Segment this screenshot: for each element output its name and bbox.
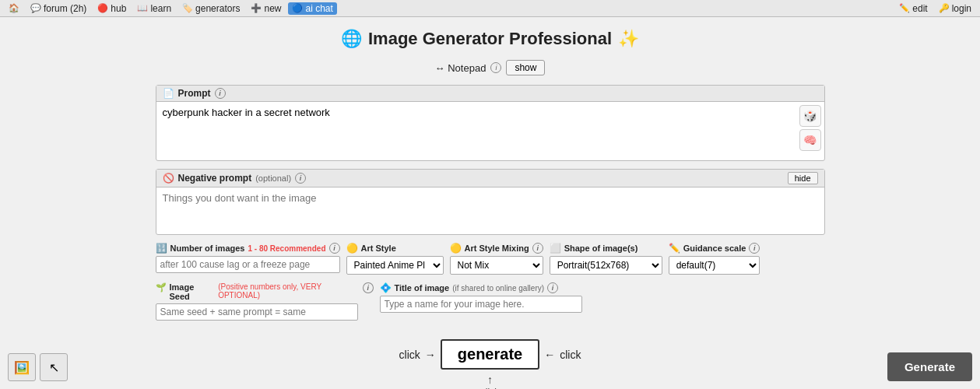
title-text: Title of image: [395, 283, 450, 293]
title-info: i: [547, 282, 558, 293]
art-style-mixing-select[interactable]: Not Mix Mix 1 Mix 2 Mix 3: [450, 256, 543, 275]
dice-icon-button[interactable]: 🎲: [799, 105, 821, 127]
nav-ai-chat[interactable]: 🔵 ai chat: [288, 2, 336, 15]
notepad-row: ↔ Notepad i show: [156, 60, 825, 75]
shape-select[interactable]: Portrait(512x768) Square(512x512) Landsc…: [550, 256, 662, 275]
shape-icon: ⬜: [550, 243, 561, 254]
click-right-label: click: [560, 349, 581, 361]
nav-new-label: new: [264, 3, 281, 14]
generate-area: click → generate ← click ↑ click: [156, 331, 825, 389]
nav-home[interactable]: 🏠: [5, 2, 23, 14]
nav-learn-label: learn: [150, 3, 171, 14]
num-images-text: Number of images: [170, 244, 245, 253]
guidance-group: ✏️ Guidance scale i default(7) 1 3 5 9 1…: [669, 243, 760, 275]
arrow-right-icon: ←: [544, 349, 555, 361]
nav-login[interactable]: 🔑 login: [935, 2, 975, 15]
art-style-mixing-text: Art Style Mixing: [465, 244, 529, 253]
ai-chat-icon: 🔵: [292, 3, 303, 13]
guidance-select[interactable]: default(7) 1 3 5 9 11 13: [669, 256, 760, 275]
nav-forum-label: forum (2h): [44, 3, 86, 14]
notepad-show-button[interactable]: show: [506, 60, 545, 75]
brain-icon-button[interactable]: 🧠: [799, 129, 821, 151]
title-emoji-left: 🌐: [341, 29, 362, 49]
image-title-input[interactable]: [380, 296, 582, 313]
art-style-mixing-group: 🟡 Art Style Mixing i Not Mix Mix 1 Mix 2…: [450, 243, 543, 275]
num-images-info: i: [329, 243, 340, 254]
image-title-label: 💠 Title of image (if shared to online ga…: [380, 282, 598, 293]
nav-ai-chat-label: ai chat: [305, 3, 332, 14]
negative-prompt-header: 🚫 Negative prompt (optional) i hide: [156, 170, 824, 187]
main-content: 🌐 Image Generator Professional ✨ ↔ Notep…: [140, 17, 841, 389]
image-title-group: 💠 Title of image (if shared to online ga…: [380, 282, 598, 313]
click-below-area: ↑ click: [156, 373, 825, 389]
image-gallery-button[interactable]: 🖼️: [8, 353, 36, 381]
generate-fixed-button[interactable]: Generate: [887, 352, 972, 381]
guidance-icon: ✏️: [669, 243, 680, 254]
navbar: 🏠 💬 forum (2h) 🔴 hub 📖 learn 🏷️ generato…: [0, 0, 980, 17]
seed-info: i: [363, 282, 374, 293]
prompt-label: Prompt: [178, 88, 211, 99]
prompt-textarea[interactable]: [156, 102, 824, 158]
art-style-icon: 🟡: [346, 243, 358, 254]
prompt-icon: 📄: [163, 88, 174, 99]
shape-text: Shape of image(s): [564, 244, 638, 253]
nav-hub-label: hub: [111, 3, 126, 14]
prompt-section: 📄 Prompt i 🎲 🧠: [156, 85, 825, 161]
negative-hide-button[interactable]: hide: [788, 172, 818, 184]
nav-edit[interactable]: ✏️ edit: [895, 2, 931, 15]
art-style-group: 🟡 Art Style Painted Anime Pl Realistic A…: [346, 243, 444, 275]
notepad-info-icon: i: [490, 62, 501, 73]
num-images-label: 🔢 Number of images 1 - 80 Recommended i: [156, 243, 340, 254]
prompt-info-icon: i: [215, 88, 226, 99]
edit-icon: ✏️: [899, 3, 910, 13]
nav-new[interactable]: ➕ new: [247, 2, 285, 15]
image-seed-group: 🌱 Image Seed (Positive numbers only, VER…: [156, 282, 374, 321]
guidance-text: Guidance scale: [683, 244, 746, 253]
login-icon: 🔑: [939, 3, 950, 13]
prompt-wrapper: 🎲 🧠: [156, 102, 824, 160]
prompt-icon-buttons: 🎲 🧠: [799, 105, 821, 151]
nav-edit-label: edit: [912, 3, 927, 14]
art-style-mixing-label: 🟡 Art Style Mixing i: [450, 243, 543, 254]
seed-icon: 🌱: [156, 282, 167, 293]
generate-fixed-button-area: Generate: [887, 352, 972, 381]
seed-text: Image Seed: [170, 282, 216, 301]
new-icon: ➕: [251, 3, 262, 13]
num-images-sublabel: 1 - 80 Recommended: [248, 244, 325, 253]
nav-generators[interactable]: 🏷️ generators: [178, 2, 244, 15]
art-style-mixing-icon: 🟡: [450, 243, 462, 254]
image-seed-input[interactable]: [156, 303, 358, 321]
home-icon: 🏠: [9, 3, 19, 13]
nav-login-label: login: [952, 3, 971, 14]
num-images-input[interactable]: [156, 256, 340, 273]
image-seed-label: 🌱 Image Seed (Positive numbers only, VER…: [156, 282, 374, 301]
nav-generators-label: generators: [195, 3, 240, 14]
nav-learn[interactable]: 📖 learn: [133, 2, 175, 15]
title-text: Image Generator Professional: [368, 29, 612, 49]
generate-main-button[interactable]: generate: [441, 339, 539, 370]
forum-icon: 💬: [30, 3, 41, 13]
guidance-info: i: [749, 243, 760, 254]
title-icon: 💠: [380, 282, 392, 293]
shape-group: ⬜ Shape of image(s) Portrait(512x768) Sq…: [550, 243, 662, 275]
hub-icon: 🔴: [97, 3, 108, 13]
art-style-text: Art Style: [361, 244, 396, 253]
controls-row2: 🌱 Image Seed (Positive numbers only, VER…: [156, 282, 825, 321]
title-sublabel: (if shared to online gallery): [452, 284, 544, 293]
prompt-header: 📄 Prompt i: [156, 86, 824, 102]
negative-optional: (optional): [255, 173, 291, 183]
page-title: 🌐 Image Generator Professional ✨: [156, 29, 825, 49]
num-images-icon: 🔢: [156, 243, 167, 254]
nav-forum[interactable]: 💬 forum (2h): [26, 2, 90, 15]
art-style-label: 🟡 Art Style: [346, 243, 444, 254]
negative-prompt-section: 🚫 Negative prompt (optional) i hide: [156, 169, 825, 235]
nav-right: ✏️ edit 🔑 login: [895, 2, 975, 15]
arrow-left-icon: →: [425, 349, 436, 361]
negative-prompt-textarea[interactable]: [156, 187, 824, 232]
nav-hub[interactable]: 🔴 hub: [93, 2, 130, 15]
generators-icon: 🏷️: [182, 3, 193, 13]
navigate-back-button[interactable]: ↖: [40, 353, 68, 381]
num-images-group: 🔢 Number of images 1 - 80 Recommended i: [156, 243, 340, 273]
negative-icon: 🚫: [163, 173, 174, 184]
art-style-select[interactable]: Painted Anime Pl Realistic Anime Waterco…: [346, 256, 444, 275]
